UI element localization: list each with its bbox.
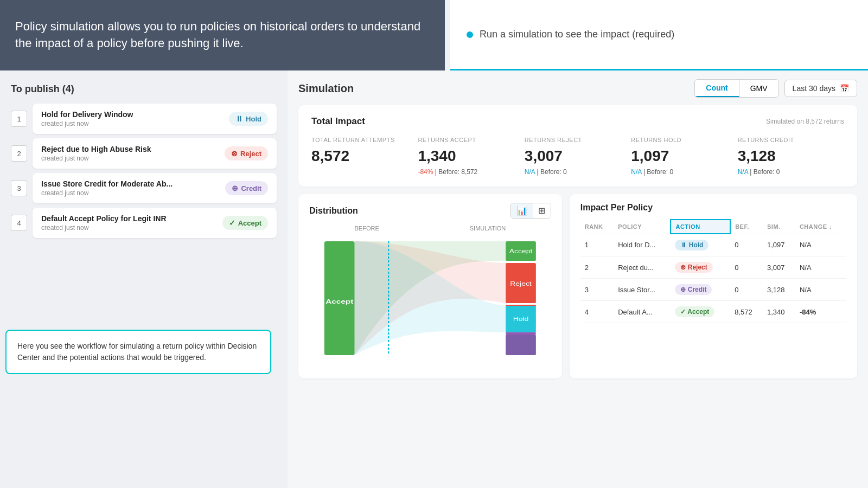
action-cell-1: ⏸ Hold	[671, 234, 730, 256]
impact-stats-row: TOTAL RETURN ATTEMPTS 8,572 RETURNS ACCE…	[311, 137, 844, 176]
hold-na-change: N/A	[631, 168, 641, 176]
calendar-icon: 📅	[840, 84, 849, 93]
policy-name-1: Hold for Delivery Window	[41, 110, 133, 119]
action-cell-3: ⊕ Credit	[671, 279, 730, 301]
policy-name-4: Default Accept Policy for Legit INR	[41, 214, 167, 223]
impact-per-policy-title: Impact Per Policy	[580, 203, 653, 213]
charts-row: Distribution 📊 ⊞ BEFORE SIMULATION	[298, 194, 857, 378]
reject-na-change: N/A	[525, 168, 535, 176]
change-1: N/A	[795, 234, 846, 256]
impact-per-policy-header: Impact Per Policy	[580, 203, 846, 213]
accept-neg-change: -84%	[418, 168, 433, 176]
table-chart-btn[interactable]: ⊞	[533, 203, 551, 218]
before-2: 0	[730, 256, 763, 279]
hold-pill-1: ⏸ Hold	[675, 240, 709, 251]
hold-change-rest: | Before: 0	[643, 168, 673, 176]
bottom-tooltip: Here you see the workflow for simulating…	[5, 330, 271, 374]
policy-date-4: created just now	[41, 224, 167, 232]
distribution-chart: Accept Accept Reject Hold	[309, 236, 551, 361]
policy-name-row-4: Default A...	[614, 301, 671, 323]
distribution-card-header: Distribution 📊 ⊞	[309, 203, 551, 219]
credit-pill-3: ⊕ Credit	[675, 284, 712, 295]
accept-icon: ✓	[229, 219, 235, 227]
reject-change-rest: | Before: 0	[537, 168, 567, 176]
policy-info-1: Hold for Delivery Window created just no…	[41, 110, 133, 127]
stat-change-hold: N/A | Before: 0	[631, 168, 737, 176]
count-tab[interactable]: Count	[695, 80, 739, 97]
action-badge-hold: ⏸ Hold	[229, 112, 268, 126]
simulation-prompt: Run a simulation to see the impact (requ…	[480, 29, 674, 40]
policy-row: 1 Hold for Delivery Window created just …	[11, 104, 277, 134]
count-gmv-toggle: Count GMV	[694, 79, 778, 98]
page-layout: Policy simulation allows you to run poli…	[0, 0, 868, 488]
stat-label-total: TOTAL RETURN ATTEMPTS	[311, 137, 418, 143]
bar-chart-btn[interactable]: 📊	[511, 203, 533, 218]
policy-impact-table: RANK POLICY ACTION BEF. SIM. CHANGE ↓ 1	[580, 219, 846, 323]
accept-pill-4: ✓ Accept	[675, 306, 714, 317]
before-4: 8,572	[730, 301, 763, 323]
credit-na-change: N/A	[738, 168, 748, 176]
policy-date-2: created just now	[41, 155, 151, 162]
table-row: 4 Default A... ✓ Accept 8,572 1,340 -84%	[580, 301, 846, 323]
policy-name-row-3: Issue Stor...	[614, 279, 671, 301]
policy-info-4: Default Accept Policy for Legit INR crea…	[41, 214, 167, 232]
change-4: -84%	[795, 301, 846, 323]
stat-label-credit: RETURNS CREDIT	[738, 137, 844, 143]
accept-label: Accept	[238, 219, 261, 227]
stat-value-accept: 1,340	[418, 147, 524, 165]
impact-card-header: Total Impact Simulated on 8,572 returns	[311, 116, 844, 127]
sim-reject-label: Reject	[510, 281, 532, 287]
before-label: BEFORE	[355, 225, 379, 232]
col-change: CHANGE ↓	[795, 220, 846, 234]
stat-label-hold: RETURNS HOLD	[631, 137, 737, 143]
policy-name-3: Issue Store Credit for Moderate Ab...	[41, 179, 173, 188]
stat-value-credit: 3,128	[738, 147, 844, 165]
date-range-picker[interactable]: Last 30 days 📅	[784, 80, 857, 97]
right-panel: Simulation Count GMV Last 30 days 📅 Tota…	[288, 70, 868, 488]
distribution-title: Distribution	[309, 206, 358, 216]
stat-credit: RETURNS CREDIT 3,128 N/A | Before: 0	[738, 137, 844, 176]
simulation-header: Simulation Count GMV Last 30 days 📅	[298, 79, 857, 98]
stat-label-accept: RETURNS ACCEPT	[418, 137, 524, 143]
stat-value-reject: 3,007	[525, 147, 631, 165]
action-badge-credit: ⊕ Credit	[225, 181, 268, 195]
sim-1: 1,097	[763, 234, 795, 256]
table-row: 3 Issue Stor... ⊕ Credit 0 3,128 N/A	[580, 279, 846, 301]
policy-row: 2 Reject due to High Abuse Risk created …	[11, 138, 277, 169]
simulation-controls: Count GMV Last 30 days 📅	[694, 79, 857, 98]
rank-2: 2	[580, 256, 614, 279]
policy-name-row-1: Hold for D...	[614, 234, 671, 256]
reject-label: Reject	[240, 150, 261, 158]
policy-number-1: 1	[11, 111, 27, 127]
hold-label: Hold	[246, 115, 261, 123]
accept-change-rest: | Before: 8,572	[435, 168, 478, 176]
before-accept-label: Accept	[326, 298, 354, 305]
credit-top-indicator	[506, 332, 536, 335]
policy-row: 3 Issue Store Credit for Moderate Ab... …	[11, 173, 277, 203]
rank-4: 4	[580, 301, 614, 323]
action-badge-reject: ⊗ Reject	[225, 146, 268, 160]
action-cell-4: ✓ Accept	[671, 301, 730, 323]
rank-3: 3	[580, 279, 614, 301]
gmv-tab[interactable]: GMV	[739, 80, 778, 97]
policy-list: 1 Hold for Delivery Window created just …	[11, 104, 277, 238]
sim-4: 1,340	[763, 301, 795, 323]
table-row: 2 Reject du... ⊗ Reject 0 3,007 N/A	[580, 256, 846, 279]
policy-card-accept[interactable]: Default Accept Policy for Legit INR crea…	[33, 208, 277, 238]
action-cell-2: ⊗ Reject	[671, 256, 730, 279]
hold-icon: ⏸	[235, 114, 243, 123]
policy-card-reject[interactable]: Reject due to High Abuse Risk created ju…	[33, 138, 277, 169]
policy-card-hold[interactable]: Hold for Delivery Window created just no…	[33, 104, 277, 134]
rank-1: 1	[580, 234, 614, 256]
policy-card-credit[interactable]: Issue Store Credit for Moderate Ab... cr…	[33, 173, 277, 203]
dist-labels: BEFORE SIMULATION	[309, 225, 551, 232]
total-impact-card: Total Impact Simulated on 8,572 returns …	[298, 105, 857, 187]
table-row: 1 Hold for D... ⏸ Hold 0 1,097 N/A	[580, 234, 846, 256]
policy-info-3: Issue Store Credit for Moderate Ab... cr…	[41, 179, 173, 197]
stat-change-accept: -84% | Before: 8,572	[418, 168, 524, 176]
stat-reject: RETURNS REJECT 3,007 N/A | Before: 0	[525, 137, 631, 176]
policy-number-3: 3	[11, 180, 27, 196]
policy-info-2: Reject due to High Abuse Risk created ju…	[41, 145, 151, 162]
sim-credit-bar	[506, 335, 536, 355]
stat-total-return: TOTAL RETURN ATTEMPTS 8,572	[311, 137, 418, 176]
